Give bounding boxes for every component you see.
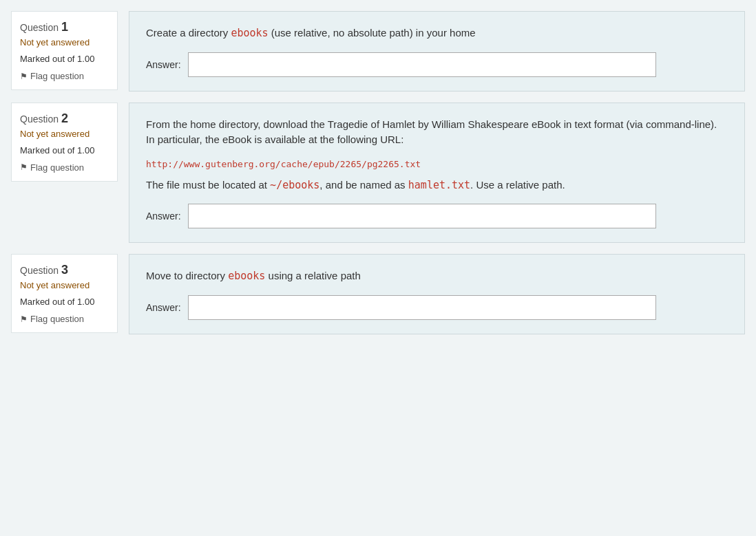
question-row-3: Question 3 Not yet answered Marked out o… [11,254,745,334]
flag-question-3[interactable]: ⚑ Flag question [20,314,109,324]
marked-out-1: Marked out of 1.00 [20,53,109,65]
code-ebooks-1: ebooks [231,27,268,39]
question-status-2: Not yet answered [20,129,109,139]
marked-out-3: Marked out of 1.00 [20,296,109,308]
q3-text-before: Move to directory [146,270,228,281]
flag-label-3: Flag question [30,314,84,324]
question-row-1: Question 1 Not yet answered Marked out o… [11,11,745,92]
answer-label-2: Answer: [146,211,181,222]
question-content-3: Move to directory ebooks using a relativ… [129,254,745,334]
flag-icon-2: ⚑ [20,162,28,172]
q3-text-after: using a relative path [265,270,360,281]
question-sidebar-1: Question 1 Not yet answered Marked out o… [11,11,118,90]
answer-input-1[interactable] [188,52,656,77]
question-number-3: 3 [61,263,68,277]
answer-input-2[interactable] [188,204,656,228]
question-sidebar-3: Question 3 Not yet answered Marked out o… [11,254,118,333]
answer-row-2: Answer: [146,204,728,228]
flag-icon-3: ⚑ [20,314,28,324]
flag-question-2[interactable]: ⚑ Flag question [20,162,109,173]
question-status-3: Not yet answered [20,280,109,290]
q2-line2-after: . Use a relative path. [470,179,565,191]
question-number-1: 1 [61,20,68,34]
question-label-3: Question 3 [20,263,109,277]
q2-code2: hamlet.txt [408,179,470,191]
question-status-1: Not yet answered [20,37,109,47]
q2-line2-middle: , and be named as [319,179,408,191]
q3-code: ebooks [228,270,265,282]
flag-icon-1: ⚑ [20,72,28,81]
answer-row-1: Answer: [146,52,728,77]
question-sidebar-2: Question 2 Not yet answered Marked out o… [11,103,118,182]
question-text-2b: The file must be located at ~/ebooks, an… [146,178,728,193]
q2-url: http://www.gutenberg.org/cache/epub/2265… [146,159,728,169]
question-label-2: Question 2 [20,111,109,126]
question-row-2: Question 2 Not yet answered Marked out o… [11,103,745,244]
q2-line2-before: The file must be located at [146,179,270,191]
flag-question-1[interactable]: ⚑ Flag question [20,71,109,81]
answer-label-3: Answer: [146,302,181,313]
question-text-1: Create a directory ebooks (use relative,… [146,25,728,41]
marked-out-2: Marked out of 1.00 [20,144,109,157]
question-label-1: Question 1 [20,20,109,34]
question-content-1: Create a directory ebooks (use relative,… [129,11,745,92]
q2-code1: ~/ebooks [270,179,319,191]
flag-label-1: Flag question [30,71,84,81]
question-content-2: From the home directory, download the Tr… [129,103,745,244]
answer-row-3: Answer: [146,295,728,320]
question-text-2: From the home directory, download the Tr… [146,117,728,148]
page-container: Question 1 Not yet answered Marked out o… [0,0,756,345]
flag-label-2: Flag question [30,162,84,173]
question-text-3: Move to directory ebooks using a relativ… [146,268,728,284]
question-number-2: 2 [61,111,68,125]
answer-input-3[interactable] [188,295,656,320]
q2-line1: From the home directory, download the Tr… [146,118,717,146]
answer-label-1: Answer: [146,59,181,70]
